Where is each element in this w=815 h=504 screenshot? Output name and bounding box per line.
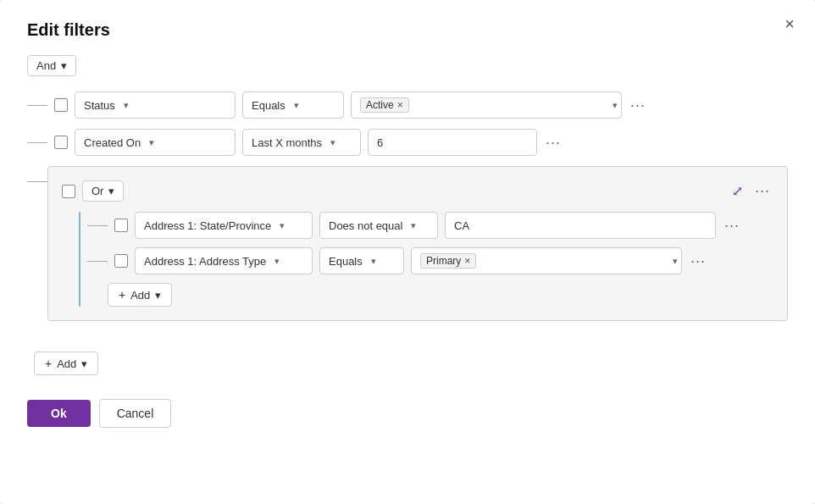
or-row1-value-field[interactable]: CA (445, 212, 716, 239)
or-group: Or ▾ ⤢ ··· (47, 166, 788, 321)
or-row1-op-label: Does not equal (329, 219, 402, 232)
row2-more-button[interactable]: ··· (542, 134, 564, 152)
or-rows: Address 1: State/Province ▾ Does not equ… (87, 212, 773, 307)
or-row2-field-chevron: ▾ (274, 256, 280, 267)
row1-tag-inner: Active × (360, 97, 607, 113)
or-add-label: Add (130, 289, 150, 302)
or-add-chevron: ▾ (155, 289, 161, 302)
row1-more-button[interactable]: ··· (627, 97, 649, 114)
or-group-checkbox[interactable] (62, 185, 75, 198)
and-group-chevron: ▾ (61, 59, 67, 72)
connector-line-1 (27, 105, 47, 106)
row2-checkbox[interactable] (54, 136, 68, 149)
cancel-button[interactable]: Cancel (99, 399, 172, 428)
row1-value-field[interactable]: Active × ▾ (351, 91, 622, 119)
main-add-chevron: ▾ (81, 357, 87, 370)
row1-tag-remove[interactable]: × (397, 99, 403, 111)
footer-buttons: Ok Cancel (27, 399, 788, 428)
main-add-label: Add (57, 357, 76, 370)
or-row2-value-field[interactable]: Primary × ▾ (411, 247, 682, 274)
main-add-button[interactable]: + Add ▾ (34, 352, 98, 375)
row1-op-label: Equals (252, 99, 286, 112)
and-group-button[interactable]: And ▾ (27, 55, 76, 76)
edit-filters-modal: Edit filters × And ▾ Status ▾ Equals ▾ A… (0, 0, 815, 504)
or-label-button[interactable]: Or ▾ (82, 180, 124, 202)
or-row2-tag-text: Primary (426, 255, 461, 267)
or-row1-field-label: Address 1: State/Province (144, 219, 271, 232)
row1-value-chevron: ▾ (613, 100, 618, 111)
row2-field-select[interactable]: Created On ▾ (75, 129, 236, 156)
row2-op-select[interactable]: Last X months ▾ (242, 129, 361, 156)
row2-field-chevron: ▾ (149, 137, 154, 148)
or-row2-tag-inner: Primary × (420, 253, 668, 269)
or-filter-row-state: Address 1: State/Province ▾ Does not equ… (87, 212, 773, 239)
or-label-text: Or (91, 185, 103, 197)
connector-line-or (27, 181, 47, 182)
or-connector-line-1 (87, 225, 108, 226)
or-row1-checkbox[interactable] (114, 219, 128, 232)
row1-op-chevron: ▾ (294, 100, 299, 111)
or-row1-value: CA (454, 219, 469, 232)
or-row1-field-select[interactable]: Address 1: State/Province ▾ (135, 212, 313, 239)
row2-value: 6 (377, 136, 383, 149)
close-button[interactable]: × (785, 15, 795, 32)
row2-op-chevron: ▾ (330, 137, 335, 148)
or-row2-op-chevron: ▾ (371, 256, 376, 267)
or-group-more-button[interactable]: ··· (751, 182, 773, 200)
or-label-chevron: ▾ (108, 185, 114, 197)
or-filter-row-addrtype: Address 1: Address Type ▾ Equals ▾ (87, 247, 773, 274)
or-group-header-left: Or ▾ (62, 180, 124, 202)
or-row2-checkbox[interactable] (114, 254, 128, 268)
row1-checkbox[interactable] (54, 98, 68, 112)
ok-button[interactable]: Ok (27, 400, 91, 427)
or-add-button[interactable]: + Add ▾ (108, 283, 172, 307)
main-add-plus: + (45, 357, 52, 370)
or-add-plus: + (119, 288, 125, 302)
or-row1-more-button[interactable]: ··· (721, 217, 743, 235)
filter-row-createdon: Created On ▾ Last X months ▾ 6 ··· (27, 129, 788, 156)
or-row2-tag: Primary × (420, 253, 476, 269)
row1-field-label: Status (84, 99, 115, 112)
row1-field-select[interactable]: Status ▾ (75, 91, 236, 119)
modal-title: Edit filters (27, 20, 788, 40)
row2-op-label: Last X months (252, 136, 322, 149)
or-connector-line-2 (87, 261, 108, 262)
or-rows-container: Address 1: State/Province ▾ Does not equ… (62, 212, 773, 307)
or-row2-field-label: Address 1: Address Type (144, 255, 266, 268)
or-row2-op-select[interactable]: Equals ▾ (319, 247, 404, 274)
or-row2-tag-remove[interactable]: × (464, 255, 470, 267)
and-group-label-text: And (36, 59, 56, 72)
or-row2-field-select[interactable]: Address 1: Address Type ▾ (135, 247, 313, 274)
or-row2-op-label: Equals (329, 255, 363, 268)
or-row1-op-chevron: ▾ (411, 220, 416, 231)
or-row1-op-select[interactable]: Does not equal ▾ (319, 212, 438, 239)
row1-tag: Active × (360, 97, 409, 113)
row2-value-field[interactable]: 6 (368, 129, 537, 156)
row1-field-chevron: ▾ (124, 100, 129, 111)
row2-field-label: Created On (84, 136, 141, 149)
or-row1-field-chevron: ▾ (280, 220, 285, 231)
or-row2-value-chevron: ▾ (673, 256, 678, 267)
or-group-header: Or ▾ ⤢ ··· (62, 180, 773, 202)
or-group-expand-button[interactable]: ⤢ (730, 183, 745, 199)
row1-tag-text: Active (366, 99, 394, 111)
or-vertical-line (79, 212, 80, 307)
row1-op-select[interactable]: Equals ▾ (242, 91, 344, 119)
or-row2-more-button[interactable]: ··· (687, 252, 709, 270)
connector-line-2 (27, 142, 47, 143)
filter-row-status: Status ▾ Equals ▾ Active × ▾ ··· (27, 91, 788, 119)
or-group-header-right: ⤢ ··· (730, 182, 773, 200)
